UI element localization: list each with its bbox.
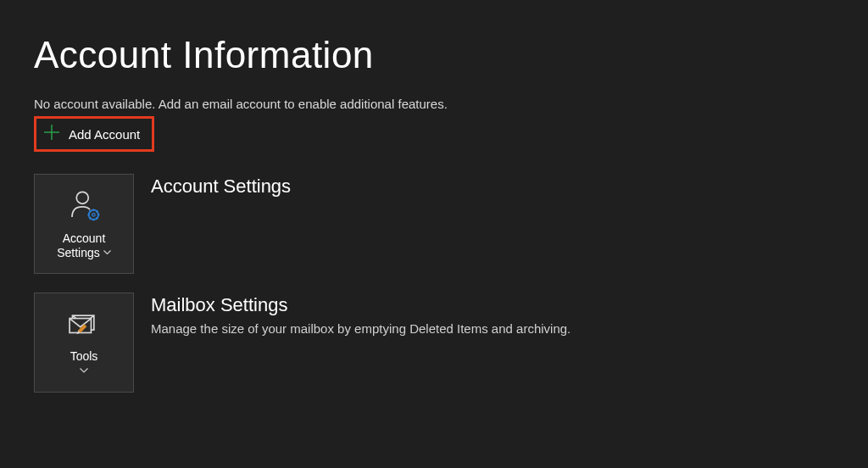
- mailbox-settings-heading: Mailbox Settings: [151, 294, 570, 316]
- account-settings-row: Account Settings Account Settings: [34, 174, 868, 274]
- svg-point-4: [92, 214, 96, 217]
- plus-icon: [43, 124, 60, 144]
- account-settings-tile-label-1: Account: [63, 231, 106, 246]
- no-account-message: No account available. Add an email accou…: [34, 97, 868, 111]
- account-settings-heading: Account Settings: [151, 176, 291, 198]
- add-account-button[interactable]: Add Account: [34, 116, 154, 152]
- mailbox-settings-row: Tools Mailbox Settings Manage the size o…: [34, 292, 868, 393]
- add-account-label: Add Account: [69, 127, 140, 142]
- mailbox-settings-description: Manage the size of your mailbox by empty…: [151, 321, 570, 336]
- svg-point-2: [76, 192, 88, 203]
- chevron-down-icon: [80, 366, 88, 375]
- chevron-down-icon: [103, 248, 111, 258]
- person-gear-icon: [66, 187, 102, 226]
- mailbox-tools-icon: [65, 310, 103, 344]
- tools-tile-label: Tools: [70, 349, 98, 364]
- tools-button[interactable]: Tools: [34, 292, 134, 393]
- page-title: Account Information: [34, 34, 868, 76]
- account-settings-button[interactable]: Account Settings: [34, 174, 134, 274]
- account-settings-tile-label-2: Settings: [57, 246, 100, 260]
